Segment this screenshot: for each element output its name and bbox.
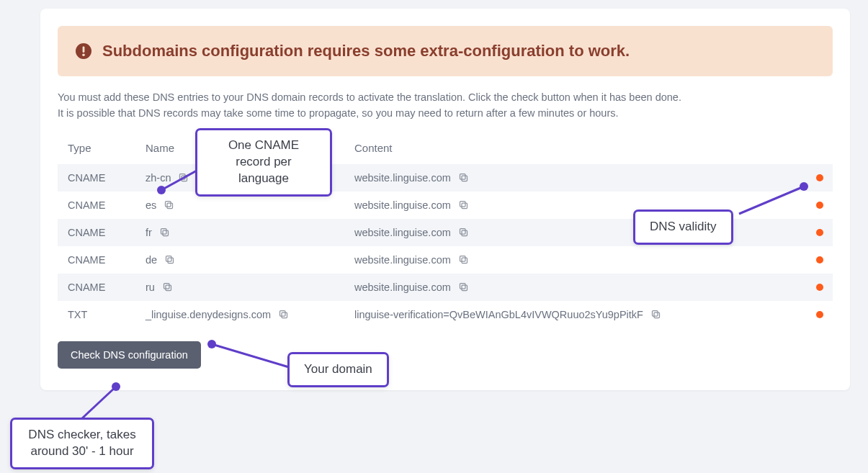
alert-banner: Subdomains configuration requires some e… xyxy=(58,26,833,76)
cell-status xyxy=(807,164,833,192)
callout-dot xyxy=(207,340,216,348)
copy-icon[interactable] xyxy=(458,281,469,292)
table-row: CNAMEzh-cnwebsite.linguise.com xyxy=(58,164,833,192)
alert-title: Subdomains configuration requires some e… xyxy=(102,42,630,60)
status-dot-icon xyxy=(816,311,823,318)
cell-content: website.linguise.com xyxy=(346,246,807,274)
check-dns-button[interactable]: Check DNS configuration xyxy=(58,341,201,369)
description-line1: You must add these DNS entries to your D… xyxy=(58,89,833,105)
status-dot-icon xyxy=(816,256,823,263)
status-dot-icon xyxy=(816,284,823,291)
cell-type: CNAME xyxy=(58,164,137,192)
dns-config-card: Subdomains configuration requires some e… xyxy=(40,9,850,390)
cell-name: _linguise.denydesigns.com xyxy=(137,301,346,328)
cell-type: CNAME xyxy=(58,246,137,274)
cell-content: linguise-verification=QvBeWIAnGbL4vIVWQR… xyxy=(346,301,807,328)
warning-icon xyxy=(75,42,92,60)
cell-name: ru xyxy=(137,274,346,301)
copy-icon[interactable] xyxy=(458,199,469,210)
description-text: You must add these DNS entries to your D… xyxy=(58,89,833,122)
cell-status xyxy=(807,301,833,328)
copy-icon[interactable] xyxy=(178,172,189,183)
cell-status xyxy=(807,246,833,274)
cell-type: CNAME xyxy=(58,219,137,246)
cell-name: de xyxy=(137,246,346,274)
callout-dns-validity: DNS validity xyxy=(633,210,733,245)
copy-icon[interactable] xyxy=(458,227,469,238)
cell-status xyxy=(807,192,833,219)
table-row: CNAMEruwebsite.linguise.com xyxy=(58,274,833,301)
table-row: TXT_linguise.denydesigns.comlinguise-ver… xyxy=(58,301,833,328)
cell-type: CNAME xyxy=(58,274,137,301)
cell-name: fr xyxy=(137,219,346,246)
cell-content: website.linguise.com xyxy=(346,164,807,192)
svg-line-8 xyxy=(82,387,116,418)
copy-icon[interactable] xyxy=(458,254,469,265)
copy-icon[interactable] xyxy=(164,254,175,265)
status-dot-icon xyxy=(816,202,823,209)
callout-your-domain: Your domain xyxy=(287,352,389,387)
cell-status xyxy=(807,274,833,301)
copy-icon[interactable] xyxy=(458,172,469,183)
cell-type: CNAME xyxy=(58,192,137,219)
cell-status xyxy=(807,219,833,246)
copy-icon[interactable] xyxy=(278,309,289,320)
copy-icon[interactable] xyxy=(159,227,170,238)
header-type: Type xyxy=(58,135,137,164)
header-content: Content xyxy=(346,135,807,164)
callout-dot xyxy=(800,182,808,191)
description-line2: It is possible that DNS records may take… xyxy=(58,105,833,121)
status-dot-icon xyxy=(816,229,823,236)
copy-icon[interactable] xyxy=(162,281,173,292)
header-status xyxy=(807,135,833,164)
callout-dot xyxy=(157,186,166,194)
table-row: CNAMEdewebsite.linguise.com xyxy=(58,246,833,274)
cell-content: website.linguise.com xyxy=(346,219,807,246)
copy-icon[interactable] xyxy=(650,309,661,320)
cell-content: website.linguise.com xyxy=(346,192,807,219)
copy-icon[interactable] xyxy=(164,199,174,210)
callout-dns-checker: DNS checker, takes around 30' - 1 hour xyxy=(10,418,154,469)
callout-cname-per-language: One CNAME record per language xyxy=(195,128,332,197)
status-dot-icon xyxy=(816,174,823,181)
cell-type: TXT xyxy=(58,301,137,328)
cell-content: website.linguise.com xyxy=(346,274,807,301)
callout-dot xyxy=(112,382,120,391)
